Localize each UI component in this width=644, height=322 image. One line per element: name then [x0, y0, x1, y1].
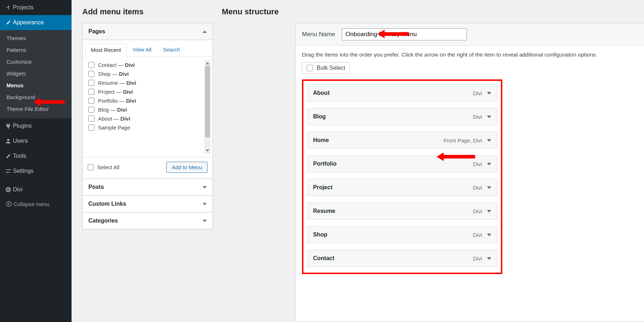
menu-item[interactable]: PortfolioDivi — [307, 155, 497, 172]
add-items-heading: Add menu items — [82, 7, 222, 20]
pages-metabox: Pages Most Recent View All Search Contac… — [82, 23, 213, 179]
scroll-down-icon[interactable] — [205, 148, 210, 153]
metabox-title: Posts — [88, 184, 104, 190]
page-checkbox-row[interactable]: About — Divi — [88, 114, 210, 123]
page-checkbox[interactable] — [88, 125, 94, 131]
menu-item[interactable]: ResumeDivi — [307, 203, 497, 220]
plug-icon — [4, 123, 13, 129]
menu-item-title: Shop — [313, 231, 327, 238]
menu-items-stack: AboutDiviBlogDiviHomeFront Page, DiviPor… — [302, 79, 502, 274]
svg-text:D: D — [7, 188, 10, 191]
menu-name-label: Menu Name — [302, 31, 335, 38]
chevron-down-icon[interactable] — [487, 92, 491, 94]
sliders-icon — [4, 168, 13, 174]
page-checkbox-row[interactable]: Portfolio — Divi — [88, 96, 210, 105]
sidebar-item-label: Divi — [13, 186, 23, 193]
scroll-thumb[interactable] — [205, 66, 210, 137]
sidebar-item-plugins[interactable]: Plugins — [0, 118, 72, 133]
svg-point-0 — [7, 139, 9, 141]
menu-item[interactable]: BlogDivi — [307, 108, 497, 125]
wrench-icon — [4, 153, 13, 159]
menu-item-type: Divi — [473, 90, 482, 96]
chevron-down-icon[interactable] — [487, 210, 491, 213]
page-checkbox-row[interactable]: Project — Divi — [88, 87, 210, 96]
sidebar-item-label: Tools — [13, 153, 26, 159]
page-row-label: Resume — Divi — [98, 80, 136, 86]
page-checkbox[interactable] — [88, 89, 94, 95]
menu-item[interactable]: ProjectDivi — [307, 179, 497, 196]
menu-item[interactable]: AboutDivi — [307, 84, 497, 102]
metabox-title: Categories — [88, 218, 118, 224]
menu-item[interactable]: ShopDivi — [307, 226, 497, 243]
page-checkbox[interactable] — [88, 62, 94, 68]
sidebar-item-label: Users — [13, 138, 28, 144]
custom-links-metabox: Custom Links — [82, 196, 213, 213]
sidebar-item-divi[interactable]: D Divi — [0, 182, 72, 197]
page-checkbox-row[interactable]: Blog — Divi — [88, 105, 210, 114]
brush-icon — [4, 19, 13, 26]
sidebar-item-projects[interactable]: Projects — [0, 0, 72, 15]
menu-name-input[interactable] — [342, 28, 467, 40]
scroll-up-icon[interactable] — [205, 61, 210, 66]
chevron-down-icon[interactable] — [487, 257, 491, 260]
metabox-title: Pages — [88, 28, 105, 35]
posts-metabox-toggle[interactable]: Posts — [83, 179, 213, 195]
chevron-down-icon[interactable] — [487, 139, 491, 142]
page-checkbox[interactable] — [88, 71, 94, 77]
menu-item-title: Resume — [313, 208, 335, 214]
page-checkbox[interactable] — [88, 107, 94, 113]
submenu-item-customize[interactable]: Customize — [0, 56, 72, 68]
select-all-checkbox[interactable]: Select All — [88, 164, 119, 170]
page-checkbox-row[interactable]: Sample Page — [88, 123, 210, 132]
submenu-item-themes[interactable]: Themes — [0, 32, 72, 44]
submenu-item-theme-file-editor[interactable]: Theme File Editor — [0, 103, 72, 115]
sidebar-item-tools[interactable]: Tools — [0, 148, 72, 164]
collapse-icon — [4, 201, 14, 207]
page-checkbox-row[interactable]: Resume — Divi — [88, 78, 210, 87]
page-row-label: Contact — Divi — [98, 62, 135, 68]
scrollbar[interactable] — [205, 60, 210, 153]
page-checkbox[interactable] — [88, 80, 94, 86]
page-row-label: Sample Page — [98, 125, 130, 131]
tab-search[interactable]: Search — [158, 44, 185, 57]
chevron-down-icon — [203, 186, 207, 189]
categories-metabox: Categories — [82, 213, 213, 229]
submenu-item-menus[interactable]: Menus — [0, 79, 72, 91]
page-checkbox-row[interactable]: Contact — Divi — [88, 60, 210, 69]
page-checkbox[interactable] — [88, 98, 94, 104]
tab-view-all[interactable]: View All — [128, 44, 156, 57]
add-to-menu-button[interactable]: Add to Menu — [166, 162, 208, 173]
menu-item-title: Portfolio — [313, 161, 337, 167]
menu-item-title: Contact — [313, 255, 335, 262]
submenu-item-patterns[interactable]: Patterns — [0, 44, 72, 56]
bulk-select-button[interactable]: Bulk Select — [302, 62, 350, 74]
collapse-menu-button[interactable]: Collapse menu — [0, 197, 72, 211]
menu-item-meta: Divi — [473, 185, 491, 191]
sidebar-item-appearance[interactable]: Appearance — [0, 15, 72, 30]
chevron-down-icon[interactable] — [487, 234, 491, 236]
select-all-input[interactable] — [88, 164, 94, 170]
collapse-menu-label: Collapse menu — [14, 201, 49, 207]
chevron-down-icon[interactable] — [487, 163, 491, 165]
custom-links-metabox-toggle[interactable]: Custom Links — [83, 196, 213, 212]
menu-item[interactable]: HomeFront Page, Divi — [307, 132, 497, 149]
submenu-item-background[interactable]: Background — [0, 91, 72, 103]
chevron-down-icon[interactable] — [487, 116, 491, 118]
pin-icon — [4, 4, 13, 11]
menu-item-meta: Divi — [473, 90, 491, 96]
categories-metabox-toggle[interactable]: Categories — [83, 213, 213, 229]
page-checkbox-row[interactable]: Shop — Divi — [88, 69, 210, 78]
posts-metabox: Posts — [82, 179, 213, 196]
tab-most-recent[interactable]: Most Recent — [86, 44, 126, 57]
page-checkbox[interactable] — [88, 116, 94, 122]
submenu-item-widgets[interactable]: Widgets — [0, 68, 72, 79]
chevron-down-icon[interactable] — [487, 186, 491, 189]
d-icon: D — [4, 186, 13, 193]
svg-point-3 — [6, 201, 11, 206]
pages-metabox-toggle[interactable]: Pages — [83, 23, 213, 40]
menu-item-meta: Divi — [473, 161, 491, 167]
page-row-label: About — Divi — [98, 116, 130, 122]
sidebar-item-settings[interactable]: Settings — [0, 164, 72, 179]
menu-item[interactable]: ContactDivi — [307, 250, 497, 267]
sidebar-item-users[interactable]: Users — [0, 133, 72, 148]
